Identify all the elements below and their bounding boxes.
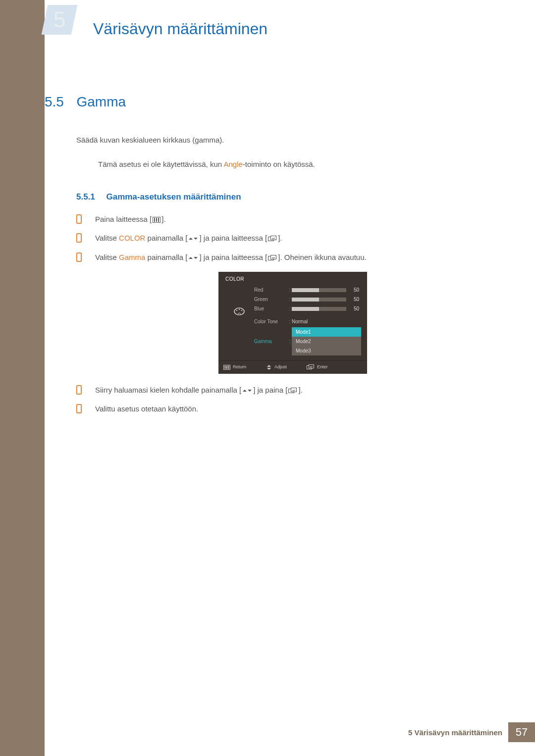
page-number: 57 [508,722,535,742]
footer-text: 5 Värisävyn määrittäminen [408,728,508,737]
osd-value: 50 [346,296,361,303]
enter-icon [268,255,277,261]
chapter-badge: 5 [42,5,78,35]
step-1: Paina laitteessa []. [76,214,490,225]
palette-icon [233,307,245,316]
osd-row-colortone: Color Tone : Normal [218,317,367,326]
steps-list: Paina laitteessa []. Valitse COLOR paina… [76,214,490,415]
osd-value: 50 [346,305,361,312]
text: Siirry haluamasi kielen kohdalle painama… [95,386,241,394]
svg-rect-17 [309,365,314,368]
osd-return: Return [223,364,246,371]
svg-rect-7 [271,255,276,259]
osd-gamma-options: Mode1 Mode2 Mode3 [292,327,361,355]
enter-icon [288,388,297,394]
osd-label: Gamma [254,338,288,345]
svg-rect-5 [271,236,276,240]
note-angle: Angle [223,160,242,168]
step-icon [76,385,82,395]
gamma-word: Gamma [119,253,145,261]
text: painamalla [ [145,234,187,242]
osd-footer-label: Return [233,364,246,371]
subsection-title: Gamma-asetuksen määrittäminen [106,192,241,202]
svg-rect-13 [225,366,226,369]
section-heading: 5.5 Gamma [45,94,490,110]
osd-panel: COLOR Red : 50 Green : 50 [218,272,367,374]
text: Valitse [95,234,119,242]
osd-label: Color Tone [254,318,288,325]
chapter-number: 5 [54,7,65,32]
text: ] ja paina [ [253,386,287,394]
svg-rect-2 [156,218,157,222]
text: Valitse [95,253,119,261]
osd-option-selected: Mode1 [292,327,361,337]
chapter-title: Värisävyn määrittäminen [93,20,268,38]
slider-icon [292,298,346,302]
osd-header: COLOR [218,272,367,285]
osd-footer-label: Enter [317,364,328,371]
color-word: COLOR [119,234,145,242]
svg-rect-3 [158,218,159,222]
note-post: -toiminto on käytössä. [243,160,315,168]
osd-row-green: Green : 50 [218,295,367,304]
step-5: Valittu asetus otetaan käyttöön. [76,403,490,415]
enter-icon [268,236,277,242]
enter-icon [307,364,315,370]
text: painamalla [ [145,253,187,261]
step-4: Siirry haluamasi kielen kohdalle painama… [76,385,490,396]
osd-label: Red [254,286,288,294]
updown-icon [266,364,272,370]
subsection-heading: 5.5.1 Gamma-asetuksen määrittäminen [76,192,490,202]
text: ]. [278,234,282,242]
left-sidebar [0,0,45,756]
step-icon [76,252,82,262]
svg-rect-1 [154,218,155,222]
section-number: 5.5 [45,94,74,110]
svg-point-9 [236,310,237,311]
osd-row-gamma: Gamma : Mode1 Mode2 Mode3 [218,326,367,356]
svg-rect-15 [228,366,229,369]
osd-value: 50 [346,286,361,294]
paragraph: Säädä kuvan keskialueen kirkkaus (gamma)… [76,135,490,146]
text: ]. Oheinen ikkuna avautuu. [278,253,366,261]
slider-icon [292,307,346,311]
step-icon [76,404,82,413]
osd-row-red: Red : 50 [218,285,367,295]
note: Tämä asetus ei ole käytettävissä, kun An… [98,160,490,168]
content: 5.5 Gamma Säädä kuvan keskialueen kirkka… [45,94,490,423]
svg-rect-19 [291,388,297,392]
step-icon [76,214,82,224]
osd-enter: Enter [307,364,328,371]
updown-icon [188,255,198,261]
text: ]. [298,386,302,394]
osd-footer: Return Adjust Enter [218,360,367,374]
text: Valittu asetus otetaan käyttöön. [95,404,198,413]
osd-footer-label: Adjust [274,364,287,371]
page-footer: 5 Värisävyn määrittäminen 57 [45,722,535,742]
osd-option: Mode2 [292,337,361,346]
osd-option: Mode3 [292,346,361,355]
svg-rect-14 [226,366,227,369]
note-pre: Tämä asetus ei ole käytettävissä, kun [98,160,223,168]
svg-point-10 [239,309,240,310]
menu-icon [223,365,230,370]
svg-point-11 [241,310,242,311]
section-title: Gamma [76,94,126,110]
text: ] ja paina laitteessa [ [199,234,267,242]
osd-row-blue: Blue : 50 [218,304,367,317]
step-icon [76,233,82,243]
osd-label: Green [254,296,288,303]
step-3: Valitse Gamma painamalla [] ja paina lai… [76,252,490,374]
text: ] ja paina laitteessa [ [199,253,267,261]
osd-adjust: Adjust [266,364,287,371]
osd-label: Blue [254,305,288,312]
osd-value: Normal [292,318,346,325]
updown-icon [242,388,252,394]
slider-icon [292,288,346,292]
menu-icon [153,217,160,223]
updown-icon [188,236,198,242]
subsection-number: 5.5.1 [76,192,104,202]
text: ]. [161,215,165,223]
text: Paina laitteessa [ [95,215,152,223]
step-2: Valitse COLOR painamalla [] ja paina lai… [76,233,490,244]
